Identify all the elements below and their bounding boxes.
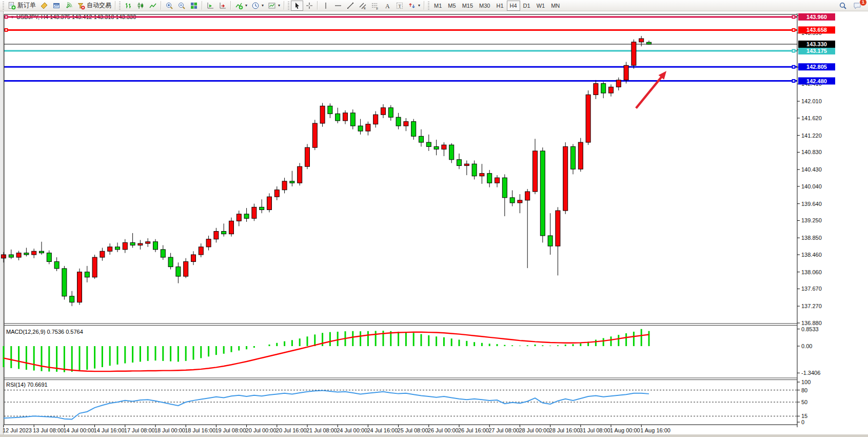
tile-windows-button[interactable] — [188, 1, 200, 11]
candle-body — [616, 80, 621, 87]
candles-group — [2, 36, 652, 306]
indicators-button[interactable]: ▾ — [233, 1, 249, 11]
candle-body — [594, 84, 598, 95]
text-label-tool-button[interactable]: T — [393, 1, 406, 11]
arrows-tool-button[interactable]: ▾ — [406, 1, 422, 11]
time-tick-label: 1 Aug 16:00 — [640, 427, 670, 433]
time-tick-label: 17 Jul 08:00 — [124, 427, 155, 433]
cursor-icon — [293, 2, 301, 10]
timeframe-button-M15[interactable]: M15 — [459, 1, 476, 11]
signals-button[interactable] — [63, 1, 75, 11]
candle-body — [24, 253, 29, 255]
candle-body — [305, 147, 310, 166]
candle-body — [282, 181, 287, 190]
candle-body — [9, 255, 13, 257]
channel-tool-button[interactable]: E — [357, 1, 369, 11]
cursor-tool-button[interactable] — [291, 1, 303, 11]
candle-body — [244, 214, 249, 218]
toolbar-grip[interactable] — [428, 2, 429, 10]
time-tick-label: 18 Jul 00:00 — [154, 427, 185, 433]
window-bottom-edge — [0, 434, 868, 437]
fibonacci-tool-button[interactable]: F — [369, 1, 381, 11]
price-label-text: 143.658 — [806, 27, 827, 33]
auto-scroll-icon — [206, 2, 214, 10]
price-label-text: 143.330 — [806, 41, 827, 47]
candle-body — [556, 211, 560, 246]
auto-scroll-button[interactable] — [204, 1, 216, 11]
auto-trading-button[interactable]: 自动交易 — [75, 1, 113, 11]
price-tick-label: 142.010 — [801, 98, 822, 104]
horizontal-line-tool-button[interactable] — [332, 1, 344, 11]
candle-body — [199, 247, 203, 255]
timeframe-button-H4[interactable]: H4 — [507, 1, 520, 11]
candle-body — [487, 174, 492, 183]
crosshair-tool-button[interactable] — [303, 1, 315, 11]
candle-body — [396, 117, 401, 126]
candle-body — [624, 65, 628, 80]
new-order-button[interactable]: 新订单 — [6, 1, 38, 11]
price-label-text: 142.805 — [806, 64, 827, 70]
chat-button-wrap: 1 — [851, 1, 864, 11]
search-button[interactable] — [837, 1, 849, 11]
bar-chart-button[interactable] — [122, 1, 134, 11]
templates-button[interactable]: ▾ — [266, 1, 282, 11]
indicators-icon — [235, 2, 243, 10]
text-tool-button[interactable]: A — [381, 1, 393, 11]
new-chart-button[interactable] — [38, 1, 50, 11]
chat-notification-badge[interactable]: 1 — [859, 0, 867, 6]
candle-body — [2, 255, 6, 258]
candle-body — [449, 145, 454, 160]
toolbar-grip[interactable] — [119, 2, 121, 10]
toolbar-grip[interactable] — [3, 2, 4, 10]
chart-shift-button[interactable] — [216, 1, 229, 11]
price-tick-label: 138.060 — [801, 269, 822, 275]
trendline-tool-button[interactable] — [344, 1, 357, 11]
candle-body — [343, 113, 348, 121]
horizontal-line-objects[interactable] — [4, 15, 797, 83]
candle-body — [548, 236, 553, 246]
time-tick-label: 14 Jul 16:00 — [94, 427, 125, 433]
candle-body — [578, 142, 583, 169]
timeframe-button-M30[interactable]: M30 — [476, 1, 493, 11]
zoom-in-button[interactable] — [163, 1, 175, 11]
timeframe-toolbar: M1M5M15M30H1H4D1W1MN — [431, 1, 563, 11]
profiles-button[interactable] — [50, 1, 63, 11]
candle-body — [77, 272, 82, 302]
timeframe-button-W1[interactable]: W1 — [534, 1, 548, 11]
periods-button[interactable]: ▾ — [249, 1, 266, 11]
candle-body — [161, 250, 165, 257]
toolbar-grip[interactable] — [288, 2, 289, 10]
price-label-text: 143.175 — [806, 48, 827, 54]
trendline-icon — [346, 2, 354, 10]
price-axis[interactable]: 143.990143.590143.200142.800142.410142.0… — [797, 12, 822, 326]
timeframe-button-MN[interactable]: MN — [548, 1, 563, 11]
vertical-line-tool-button[interactable] — [320, 1, 332, 11]
candle-body — [350, 113, 355, 126]
clock-icon — [251, 2, 260, 10]
timeframe-button-M1[interactable]: M1 — [431, 1, 445, 11]
line-chart-button[interactable] — [147, 1, 159, 11]
trend-arrow[interactable] — [636, 74, 664, 108]
vertical-line-icon — [322, 2, 330, 10]
price-chart-canvas[interactable]: 143.990143.590143.200142.800142.410142.0… — [0, 0, 868, 437]
time-tick-label: 28 Jul 00:00 — [519, 427, 549, 433]
timeframe-button-H1[interactable]: H1 — [493, 1, 506, 11]
time-axis[interactable]: 12 Jul 202313 Jul 08:0014 Jul 00:0014 Ju… — [3, 425, 670, 433]
price-tick-label: 137.670 — [801, 286, 822, 292]
line-handle-center — [793, 16, 795, 18]
line-handle-center — [6, 16, 7, 18]
time-tick-label: 20 Jul 00:00 — [246, 427, 277, 433]
macd-axis-label: -1.3406 — [801, 370, 820, 376]
timeframe-button-M5[interactable]: M5 — [445, 1, 459, 11]
candle-body — [222, 232, 226, 234]
timeframe-button-D1[interactable]: D1 — [520, 1, 534, 11]
candle-body — [388, 108, 393, 118]
zoom-out-button[interactable] — [175, 1, 188, 11]
candle-chart-button[interactable] — [134, 1, 147, 11]
macd-axis-label: 0.00 — [801, 343, 812, 349]
candle-body — [267, 197, 272, 210]
time-tick-label: 26 Jul 16:00 — [458, 427, 489, 433]
price-tick-label: 139.250 — [801, 217, 822, 223]
macd-axis-label: 0.8533 — [801, 326, 819, 332]
time-tick-label: 24 Jul 00:00 — [337, 427, 367, 433]
